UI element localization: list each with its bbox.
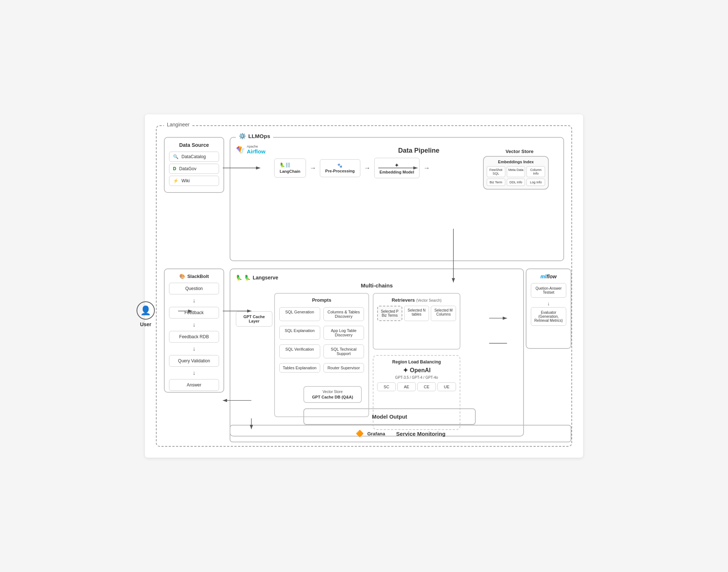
wiki-icon: ⚡ [173, 178, 179, 183]
question-box: Question [169, 283, 219, 294]
datasource-datagov: D DataGov [169, 164, 219, 174]
vs-log-info: Log Info [526, 179, 545, 186]
openai-icon-lb: ✦ [403, 366, 408, 374]
pre-processing-sublabel: 🐾 [325, 163, 355, 168]
arrow-down-2: ↓ [169, 321, 219, 328]
langserve-label: 🦜 🦜 Langserve [236, 275, 518, 281]
lb-badges-grid: SC AE CE UE [377, 382, 456, 391]
prompt-router-supervisor: Router Supervisor [323, 363, 364, 373]
datasource-datacatalog: 🔍 DataCatalog [169, 152, 219, 162]
embeddings-index-label: Embeddings Index [487, 160, 545, 164]
retriever-n-tables: Selected N tables [404, 306, 429, 321]
mlflow-label: mlflow [531, 274, 566, 279]
wiki-label: Wiki [181, 178, 190, 183]
arrow-down-3: ↓ [169, 346, 219, 352]
retrievers-label: Retrievers (Vector Search) [377, 297, 456, 303]
slackbolt-icon: 🎨 [179, 274, 185, 279]
lb-badge-sc: SC [377, 382, 396, 391]
gpt-cache-db-text: GPT Cache DB (Q&A) [307, 395, 358, 399]
openai-label-lb: OpenAI [410, 367, 431, 374]
arrow-1: → [310, 164, 316, 172]
gpt-cache-layer-box: GPT Cache Layer [236, 311, 272, 327]
lb-badge-ce: CE [417, 382, 436, 391]
user-label: User [131, 321, 160, 327]
grafana-container: 🔶 Grafana Service Monitoring [230, 425, 571, 442]
vector-search-label: (Vector Search) [416, 298, 441, 302]
arrow-down-1: ↓ [169, 297, 219, 304]
service-monitoring-label: Service Monitoring [396, 431, 445, 437]
airflow-area: 🪁 Apache Airflow [236, 145, 265, 155]
pre-processing-label-box: 🐾 Pre-Processing [320, 159, 360, 177]
prompt-sql-technical: SQL Technical Support [323, 344, 364, 358]
arrow-3: → [423, 164, 430, 172]
gpt-cache-layer: GPT Cache Layer [236, 311, 272, 327]
langserve-icon2: 🦜 [244, 275, 250, 281]
mlflow-container: mlflow Quetion-Answer Testset ↓ Evaluato… [526, 268, 571, 349]
vs-fewshot: FewShot SQL [487, 166, 505, 177]
prompt-tables-explanation: Tables Explanation [279, 363, 320, 373]
feedback-box: Feedback [169, 307, 219, 319]
datagov-label: DataGov [179, 166, 196, 171]
pre-processing-text: Pre-Processing [325, 169, 355, 173]
retrievers-grid: Selected P Biz Terms Selected N tables S… [377, 306, 456, 321]
slackbolt-label: 🎨 SlackBolt [169, 274, 219, 279]
datasource-wiki: ⚡ Wiki [169, 176, 219, 186]
multi-chains-label: Multi-chains [236, 282, 518, 289]
feedback-rdb-box: Feedback RDB [169, 331, 219, 343]
vector-store-title: Vector Store [483, 149, 556, 154]
vs-biz-term: Biz Term [487, 179, 505, 186]
lb-badge-ae: AE [397, 382, 416, 391]
user-avatar: 👤 [137, 301, 155, 320]
prompt-sql-generation: SQL Generation [279, 307, 320, 321]
datacatalog-icon: 🔍 [173, 154, 179, 159]
vector-store-top: Vector Store Embeddings Index FewShot SQ… [483, 149, 556, 190]
gpt-cache-label: GPT Cache Layer [238, 314, 270, 323]
mlflow-arrow: ↓ [531, 301, 566, 306]
langineer-label: Langineer [164, 122, 192, 127]
prompts-label: Prompts [279, 297, 365, 303]
llmops-container: ⚙️ LLMOps Data Pipeline 🪁 Apache Airflow… [230, 137, 564, 261]
langineer-container: Langineer ⚙️ LLMOps Data Pipeline 🪁 Apac… [156, 125, 572, 447]
langserve-container: 🦜 🦜 Langserve Multi-chains GPT Cache Lay… [230, 268, 524, 436]
mlflow-testset: Quetion-Answer Testset [531, 283, 566, 298]
grafana-icon: 🔶 [356, 430, 364, 438]
datagov-icon: D [173, 166, 176, 171]
arrow-2: → [364, 164, 371, 172]
slackbolt-container: 🎨 SlackBolt Question ↓ Feedback ↓ Feedba… [164, 268, 224, 393]
prompt-sql-verification: SQL Verification [279, 344, 320, 358]
answer-box: Answer [169, 379, 219, 391]
grafana-label: Grafana [367, 431, 385, 436]
gpt-cache-db: Vector Store GPT Cache DB (Q&A) [303, 386, 362, 403]
model-output-text: Model Output [372, 413, 407, 420]
vs-metadata: Meta Data [507, 166, 525, 177]
embeddings-grid: FewShot SQL Meta Data Column Info Biz Te… [487, 166, 545, 186]
lb-badge-ue: UE [437, 382, 456, 391]
vector-store-small-label: Vector Store [307, 390, 358, 394]
pipeline-steps: 🦜⛓️ LangChain → 🐾 Pre-Processing → ✦ Emb… [274, 158, 430, 178]
llmops-label: ⚙️ LLMOps [236, 133, 273, 140]
pre-processing-label: LangChain [280, 169, 300, 173]
retrievers-container: Retrievers (Vector Search) Selected P Bi… [373, 293, 460, 350]
vs-column-info: Column Info [526, 166, 545, 177]
datacatalog-label: DataCatalog [181, 154, 206, 159]
data-source-container: Data Source 🔍 DataCatalog D DataGov ⚡ Wi… [164, 137, 224, 193]
prompt-sql-explanation: SQL Explanation [279, 326, 320, 340]
airflow-label: Airflow [247, 149, 265, 155]
vs-ddl-info: DDL Info [507, 179, 525, 186]
openai-icon-pipeline: ✦ [380, 162, 414, 169]
mlflow-evaluator: Evaluator (Generation, Retrieval Metrics… [531, 307, 566, 326]
user-box: 👤 User [131, 301, 160, 327]
helm-icon: ⚙️ [239, 133, 246, 140]
prompt-app-log: App Log Table Discovery [323, 326, 364, 340]
pre-processing-box: 🦜⛓️ LangChain [274, 159, 306, 178]
openai-logo-area: ✦ OpenAI [377, 366, 456, 374]
embedding-model-label: Embedding Model [380, 170, 414, 174]
arrow-down-4: ↓ [169, 370, 219, 376]
model-output-box: Model Output [303, 408, 476, 425]
data-source-label: Data Source [169, 142, 219, 148]
query-validation-box: Query Validation [169, 355, 219, 367]
gpt-versions-label: GPT-3.5 / GPT-4 / GPT-4o [377, 375, 456, 380]
langserve-icon: 🦜 [236, 275, 242, 281]
retriever-m-columns: Selected M Columns [431, 306, 456, 321]
prompts-grid: SQL Generation Columns & Tables Discover… [279, 306, 365, 374]
